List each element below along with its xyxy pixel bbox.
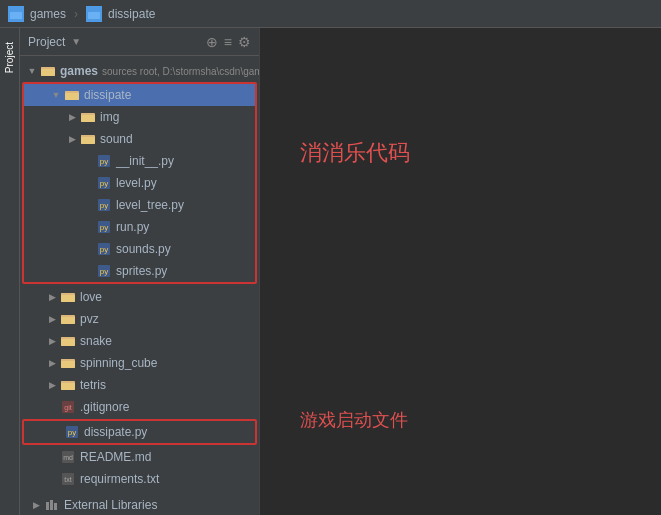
tree-item-requirments[interactable]: txt requirments.txt (20, 468, 259, 490)
dissipate-py-highlight-box: py dissipate.py (22, 419, 257, 445)
img-folder-icon (80, 109, 96, 125)
breadcrumb-games[interactable]: games (30, 7, 66, 21)
svg-rect-30 (61, 293, 67, 295)
sidebar: Project ▼ ⊕ ≡ ⚙ games sources root, D:\s… (20, 28, 260, 515)
svg-rect-14 (81, 137, 95, 144)
dissipate-py-label: dissipate.py (84, 425, 147, 439)
tree-item-level[interactable]: py level.py (24, 172, 255, 194)
gitignore-icon: git (60, 399, 76, 415)
svg-rect-32 (61, 317, 75, 324)
dissipate-group: dissipate img (22, 82, 257, 284)
tree-item-level-tree[interactable]: py level_tree.py (24, 194, 255, 216)
svg-rect-53 (54, 503, 57, 510)
tree-item-sprites[interactable]: py sprites.py (24, 260, 255, 282)
sound-folder-icon (80, 131, 96, 147)
sidebar-header: Project ▼ ⊕ ≡ ⚙ (20, 28, 259, 56)
requirments-label: requirments.txt (80, 472, 159, 486)
svg-rect-41 (61, 383, 75, 390)
svg-rect-51 (46, 502, 49, 510)
left-tab-project[interactable]: Project (2, 36, 17, 79)
requirments-icon: txt (60, 471, 76, 487)
svg-rect-1 (10, 12, 22, 19)
tree-item-run[interactable]: py run.py (24, 216, 255, 238)
spinning-cube-expand-arrow (44, 355, 60, 371)
love-expand-arrow (44, 289, 60, 305)
tree-item-sound[interactable]: sound (24, 128, 255, 150)
content-area: 消消乐代码 游戏启动文件 (260, 28, 661, 515)
sounds-py-label: sounds.py (116, 242, 171, 256)
tree-item-readme[interactable]: md README.md (20, 446, 259, 468)
svg-text:git: git (64, 404, 71, 412)
svg-rect-6 (41, 67, 47, 69)
breadcrumb-dissipate[interactable]: dissipate (108, 7, 155, 21)
sprites-py-icon: py (96, 263, 112, 279)
main-container: Project Project ▼ ⊕ ≡ ⚙ games (0, 28, 661, 515)
dissipate-label: dissipate (84, 88, 131, 102)
tree-item-dissipate-py[interactable]: py dissipate.py (24, 421, 255, 443)
svg-rect-39 (61, 359, 67, 361)
level-tree-py-icon: py (96, 197, 112, 213)
top-bar: games › dissipate (0, 0, 661, 28)
svg-rect-42 (61, 381, 67, 383)
init-py-icon: py (96, 153, 112, 169)
run-py-icon: py (96, 219, 112, 235)
readme-icon: md (60, 449, 76, 465)
tree-item-dissipate[interactable]: dissipate (24, 84, 255, 106)
run-py-label: run.py (116, 220, 149, 234)
settings-icon[interactable]: ≡ (224, 34, 232, 50)
annotation-startup-label: 游戏启动文件 (300, 408, 408, 432)
tree-item-pvz[interactable]: pvz (20, 308, 259, 330)
pvz-label: pvz (80, 312, 99, 326)
tetris-folder-icon (60, 377, 76, 393)
readme-label: README.md (80, 450, 151, 464)
level-py-label: level.py (116, 176, 157, 190)
svg-rect-29 (61, 295, 75, 302)
dissipate-expand-arrow (48, 87, 64, 103)
left-tab: Project (0, 28, 20, 515)
svg-rect-15 (81, 135, 87, 137)
svg-text:py: py (68, 428, 76, 437)
init-py-label: __init__.py (116, 154, 174, 168)
dissipate-folder-icon (64, 87, 80, 103)
snake-label: snake (80, 334, 112, 348)
gear-icon[interactable]: ⚙ (238, 34, 251, 50)
svg-text:py: py (100, 201, 108, 210)
svg-text:py: py (100, 179, 108, 188)
svg-text:py: py (100, 267, 108, 276)
svg-rect-3 (88, 12, 100, 19)
tree-item-games-root[interactable]: games sources root, D:\stormsha\csdn\gam… (20, 60, 259, 82)
sidebar-dropdown-arrow[interactable]: ▼ (71, 36, 81, 47)
breadcrumb-sep1: › (74, 7, 78, 21)
tree-item-snake[interactable]: snake (20, 330, 259, 352)
dissipate-folder-icon (86, 6, 102, 22)
svg-text:py: py (100, 223, 108, 232)
svg-rect-5 (41, 69, 55, 76)
tree-item-love[interactable]: love (20, 286, 259, 308)
sounds-py-icon: py (96, 241, 112, 257)
svg-rect-11 (81, 115, 95, 122)
tree-item-img[interactable]: img (24, 106, 255, 128)
sound-expand-arrow (64, 131, 80, 147)
tree-item-init[interactable]: py __init__.py (24, 150, 255, 172)
svg-rect-33 (61, 315, 67, 317)
external-libs-expand-arrow (28, 497, 44, 513)
svg-rect-12 (81, 113, 87, 115)
tree-item-gitignore[interactable]: git .gitignore (20, 396, 259, 418)
dissipate-py-icon: py (64, 424, 80, 440)
tetris-expand-arrow (44, 377, 60, 393)
tree-item-tetris[interactable]: tetris (20, 374, 259, 396)
svg-text:py: py (100, 157, 108, 166)
img-expand-arrow (64, 109, 80, 125)
sidebar-header-left: Project ▼ (28, 35, 81, 49)
svg-rect-38 (61, 361, 75, 368)
svg-rect-8 (65, 93, 79, 100)
tree-item-sounds[interactable]: py sounds.py (24, 238, 255, 260)
pvz-expand-arrow (44, 311, 60, 327)
tree-item-spinning-cube[interactable]: spinning_cube (20, 352, 259, 374)
tree-item-external-libs[interactable]: External Libraries (20, 494, 259, 515)
snake-expand-arrow (44, 333, 60, 349)
add-content-icon[interactable]: ⊕ (206, 34, 218, 50)
gitignore-label: .gitignore (80, 400, 129, 414)
tree-container[interactable]: games sources root, D:\stormsha\csdn\gam… (20, 56, 259, 515)
svg-rect-52 (50, 500, 53, 510)
